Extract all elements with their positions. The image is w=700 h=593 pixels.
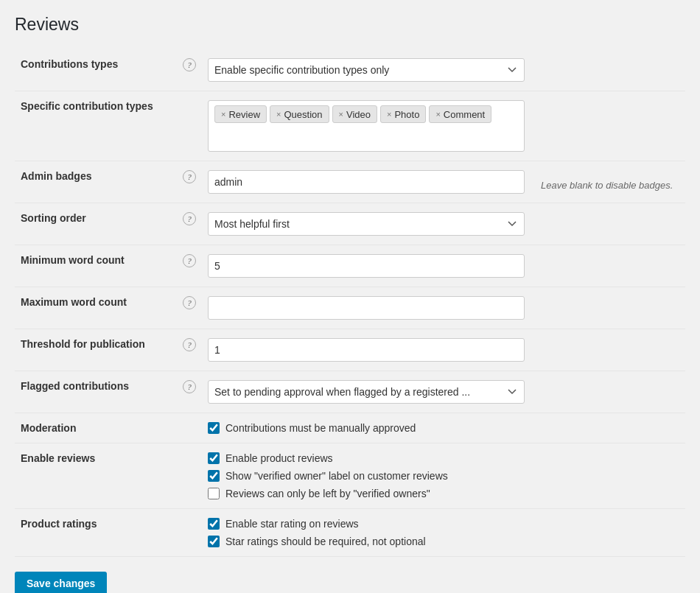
row-contributions-types: Contributions types ? Enable specific co… [15, 49, 685, 91]
label-specific-contribution-types: Specific contribution types [15, 91, 177, 161]
help-icon-threshold-publication[interactable]: ? [183, 338, 196, 351]
save-button[interactable]: Save changes [15, 572, 107, 593]
label-sorting-order: Sorting order [15, 203, 177, 245]
admin-badges-row: Leave blank to disable badges. [208, 170, 679, 194]
row-specific-contribution-types: Specific contribution types ×Review ×Que… [15, 91, 685, 161]
enable-reviews-checkbox-1[interactable] [208, 452, 220, 464]
settings-table: Contributions types ? Enable specific co… [15, 49, 685, 557]
help-icon-sorting-order[interactable]: ? [183, 212, 196, 225]
sorting-order-select[interactable]: Most helpful first Newest first Oldest f… [208, 212, 525, 236]
label-flagged-contributions: Flagged contributions [15, 371, 177, 413]
help-icon-flagged-contributions[interactable]: ? [183, 380, 196, 393]
contributions-types-select[interactable]: Enable specific contribution types only … [208, 58, 525, 82]
tag-photo: ×Photo [380, 105, 426, 123]
admin-badges-input[interactable] [208, 170, 525, 194]
tag-remove-review[interactable]: × [221, 110, 225, 119]
moderation-checkbox-row: Contributions must be manually approved [208, 422, 679, 434]
label-contributions-types: Contributions types [15, 49, 177, 91]
row-maximum-word-count: Maximum word count ? [15, 287, 685, 329]
tag-question: ×Question [270, 105, 329, 123]
row-enable-reviews: Enable reviews Enable product reviews Sh… [15, 443, 685, 509]
help-icon-admin-badges[interactable]: ? [183, 170, 196, 183]
row-flagged-contributions: Flagged contributions ? Set to pending a… [15, 371, 685, 413]
tag-remove-video[interactable]: × [339, 110, 343, 119]
product-ratings-checkbox-1[interactable] [208, 518, 220, 530]
label-maximum-word-count: Maximum word count [15, 287, 177, 329]
tag-comment: ×Comment [429, 105, 491, 123]
moderation-label-1: Contributions must be manually approved [225, 422, 416, 434]
label-admin-badges: Admin badges [15, 161, 177, 203]
enable-reviews-checkbox-3[interactable] [208, 488, 220, 499]
enable-reviews-checkbox-2[interactable] [208, 470, 220, 482]
enable-reviews-label-2: Show "verified owner" label on customer … [225, 470, 448, 482]
help-icon-contributions-types[interactable]: ? [183, 58, 196, 71]
tag-video: ×Video [332, 105, 377, 123]
flagged-contributions-select[interactable]: Set to pending approval when flagged by … [208, 380, 525, 404]
enable-reviews-checkbox-row-3: Reviews can only be left by "verified ow… [208, 488, 679, 499]
tag-remove-comment[interactable]: × [435, 110, 440, 119]
help-icon-maximum-word-count[interactable]: ? [183, 296, 196, 309]
product-ratings-checkbox-row-2: Star ratings should be required, not opt… [208, 536, 679, 547]
tag-remove-question[interactable]: × [276, 110, 281, 119]
page-title: Reviews [15, 15, 685, 35]
row-threshold-publication: Threshold for publication ? [15, 329, 685, 371]
enable-reviews-checkbox-row-1: Enable product reviews [208, 452, 679, 464]
minimum-word-count-input[interactable] [208, 254, 525, 278]
label-enable-reviews: Enable reviews [15, 443, 177, 509]
help-icon-minimum-word-count[interactable]: ? [183, 254, 196, 267]
tag-remove-photo[interactable]: × [387, 110, 391, 119]
row-sorting-order: Sorting order ? Most helpful first Newes… [15, 203, 685, 245]
admin-badges-hint: Leave blank to disable badges. [533, 174, 673, 191]
maximum-word-count-input[interactable] [208, 296, 525, 320]
enable-reviews-checkbox-row-2: Show "verified owner" label on customer … [208, 470, 679, 482]
label-product-ratings: Product ratings [15, 509, 177, 557]
product-ratings-checkbox-row-1: Enable star rating on reviews [208, 518, 679, 530]
label-moderation: Moderation [15, 413, 177, 443]
label-minimum-word-count: Minimum word count [15, 245, 177, 287]
product-ratings-label-2: Star ratings should be required, not opt… [225, 536, 426, 547]
label-threshold-publication: Threshold for publication [15, 329, 177, 371]
tag-review: ×Review [214, 105, 267, 123]
row-moderation: Moderation Contributions must be manuall… [15, 413, 685, 443]
moderation-checkbox-1[interactable] [208, 422, 220, 434]
enable-reviews-label-3: Reviews can only be left by "verified ow… [225, 488, 430, 499]
enable-reviews-label-1: Enable product reviews [225, 452, 333, 464]
row-minimum-word-count: Minimum word count ? [15, 245, 685, 287]
product-ratings-label-1: Enable star rating on reviews [225, 518, 359, 530]
row-admin-badges: Admin badges ? Leave blank to disable ba… [15, 161, 685, 203]
threshold-publication-input[interactable] [208, 338, 525, 362]
tags-container[interactable]: ×Review ×Question ×Video ×Photo ×Comment [208, 100, 525, 152]
row-product-ratings: Product ratings Enable star rating on re… [15, 509, 685, 557]
product-ratings-checkbox-2[interactable] [208, 536, 220, 547]
